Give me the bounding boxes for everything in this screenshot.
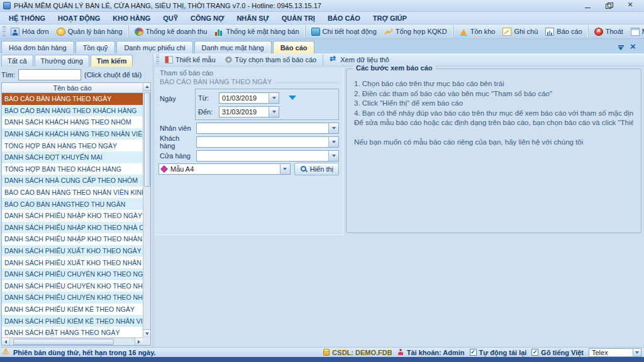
chevron-down-icon[interactable] xyxy=(633,349,641,356)
menu-item[interactable]: HỆ THỐNG xyxy=(3,12,52,24)
report-toolbar-button[interactable]: Thiết kế mẫu xyxy=(160,54,220,65)
report-row[interactable]: DANH SÁCH PHIẾU NHẬP KHO THEO NGÀY xyxy=(2,210,143,222)
filter-subtab[interactable]: Thường dùng xyxy=(35,55,89,67)
report-row[interactable]: DANH SÁCH PHIẾU KIỂM KÊ THEO NGÀY xyxy=(2,304,143,315)
menu-item[interactable]: KHO HÀNG xyxy=(106,12,157,24)
date-from-combo[interactable]: 01/03/2019 xyxy=(219,92,279,104)
report-row[interactable]: DANH SÁCH KHÁCH HÀNG THEO NHÂN VIÊN xyxy=(2,128,143,140)
expand-tabs-icon[interactable] xyxy=(618,45,624,50)
param-field-combo[interactable] xyxy=(196,150,339,162)
report-row[interactable]: BÁO CÁO BÁN HÀNGTHEO THU NGÂN xyxy=(2,198,143,210)
report-row[interactable]: DANH SÁCH KHÁCH HÀNG THEO NHÓM xyxy=(2,116,143,128)
search-input[interactable] xyxy=(18,69,81,80)
date-filter-icon[interactable] xyxy=(289,95,296,101)
report-row[interactable]: TỔNG HỢP BÁN HÀNG THEO NGÀY xyxy=(2,140,143,151)
report-row[interactable]: DANH SÁCH PHIẾU XUẤT KHO THEO NGÀY xyxy=(2,245,143,257)
report-row[interactable]: DANH SÁCH PHIẾU NHẬP KHO THEO NHÀ CUNG C… xyxy=(2,222,143,234)
chevron-down-icon[interactable] xyxy=(269,107,279,117)
restore-button[interactable] xyxy=(606,3,613,9)
guide-line: 4. Bạn có thể nháy đúp vào báo cáo trên … xyxy=(354,109,633,119)
param-field-combo[interactable] xyxy=(196,136,339,148)
close-tab-icon[interactable] xyxy=(630,45,636,51)
report-params-panel: Tham số báo cáo BÁO CÁO BÁN HÀNG THEO NG… xyxy=(155,67,343,235)
report-row[interactable]: BÁO CÁO BÁN HÀNG THEO NHÂN VIÊN KINH DOA… xyxy=(2,187,143,199)
kqkd-icon xyxy=(384,28,393,36)
vietnamese-typing-toggle[interactable]: Gõ tiếng Việt xyxy=(531,349,584,356)
chevron-down-icon[interactable] xyxy=(269,93,279,103)
toolbar-button[interactable]: Ghi chú xyxy=(499,25,541,38)
param-field-combo[interactable] xyxy=(196,123,339,134)
filter-subtab[interactable]: Tìm kiếm xyxy=(91,55,133,67)
chevron-down-icon[interactable] xyxy=(280,164,290,174)
menu-item[interactable]: NHÂN SỰ xyxy=(230,12,275,24)
toolbar-button[interactable]: Thống kê doanh thu xyxy=(128,25,211,38)
chevron-down-icon[interactable] xyxy=(328,151,338,161)
guide-line: 3. Click "Hiển thị" để xem báo cáo xyxy=(354,99,633,109)
horizontal-scrollbar[interactable] xyxy=(2,337,143,345)
vietnamese-typing-checkbox[interactable] xyxy=(531,349,538,356)
report-row[interactable]: BÁO CÁO BÁN HÀNG THEO KHÁCH HÀNG xyxy=(2,105,143,117)
toolbar-button[interactable]: Tồn kho xyxy=(453,25,499,38)
exit-icon xyxy=(594,28,603,36)
toolbar-button[interactable]: Quản lý bán hàng xyxy=(53,25,126,38)
menu-item[interactable]: QUẢN TRỊ xyxy=(275,12,321,24)
report-row[interactable]: BÁO CÁO BÁN HÀNG THEO NGÀY xyxy=(2,93,143,105)
document-tab[interactable]: Tồn quỹ xyxy=(75,41,116,53)
auto-reload-toggle[interactable]: Tự động tải lại xyxy=(470,349,527,356)
show-report-button[interactable]: Hiển thị xyxy=(294,163,339,175)
typing-mode-combo[interactable]: Telex xyxy=(589,348,641,357)
vertical-scrollbar[interactable] xyxy=(143,83,150,337)
title-bar: PHẦN MỀM QUẢN LÝ BÁN LẺ, CỬA HÀNG, SIÊU … xyxy=(0,0,644,12)
toolbar-button[interactable]: Báo cáo xyxy=(541,25,586,38)
window-title: PHẦN MỀM QUẢN LÝ BÁN LẺ, CỬA HÀNG, SIÊU … xyxy=(14,2,321,9)
menu-item[interactable]: CÔNG NỢ xyxy=(184,12,230,24)
guide-line: 2. Điền các tham số báo cáo vào bên mục … xyxy=(354,89,633,99)
template-combo[interactable]: Mẫu A4 xyxy=(158,163,291,175)
date-to-row: Đến: 31/03/2019 xyxy=(198,106,336,118)
document-tab[interactable]: Danh mục phiếu chi xyxy=(116,41,192,53)
minimize-button[interactable] xyxy=(584,3,592,9)
scroll-up-button[interactable] xyxy=(143,83,150,91)
menu-item[interactable]: QUỸ xyxy=(157,12,184,24)
quick-open-button[interactable]: Mở nhanh xyxy=(627,25,644,38)
report-row[interactable]: DANH SÁCH PHIẾU KIỂM KÊ THEO NHÂN VIÊN xyxy=(2,315,143,327)
toolbar-button[interactable]: Hóa đơn xyxy=(7,25,53,38)
report-row[interactable]: TỔNG HỢP BÁN THEO KHÁCH HÀNG xyxy=(2,163,143,175)
report-row[interactable]: DANH SÁCH PHIẾU CHUYỂN KHO THEO NHÂN VIÊ… xyxy=(2,292,143,304)
auto-reload-checkbox[interactable] xyxy=(470,349,477,356)
chevron-down-icon[interactable] xyxy=(328,137,338,147)
report-list-header[interactable]: Tên báo cáo xyxy=(2,83,143,93)
report-row[interactable]: DANH SÁCH PHIẾU CHUYỂN KHO THEO NGÀY xyxy=(2,268,143,280)
chevron-down-icon[interactable] xyxy=(328,123,338,133)
horizontal-scroll-thumb[interactable] xyxy=(13,339,114,345)
filter-subtab[interactable]: Tất cả xyxy=(1,55,33,67)
trial-status: Phiên bản dùng thử, hết hạn trong 16 ngà… xyxy=(3,349,156,356)
menu-item[interactable]: TRỢ GIÚP xyxy=(367,12,413,24)
date-to-combo[interactable]: 31/03/2019 xyxy=(219,106,279,118)
magnifier-icon xyxy=(300,165,308,173)
toolbar-button[interactable]: Chi tiết hoạt động xyxy=(305,25,380,38)
vertical-scroll-thumb[interactable] xyxy=(144,92,150,187)
report-row[interactable]: DANH SÁCH PHIẾU CHUYỂN KHO THEO NHÂN VIÊ… xyxy=(2,280,143,292)
menu-item[interactable]: HOẠT ĐỘNG xyxy=(52,12,106,24)
document-tab[interactable]: Báo cáo xyxy=(273,41,315,53)
params-group-title: Tham số báo cáo xyxy=(160,69,213,77)
report-toolbar-button[interactable]: Tùy chọn tham số báo cáo xyxy=(220,54,321,65)
date-label: Ngày xyxy=(160,95,176,102)
toolbar-button[interactable]: Tổng hợp KQKD xyxy=(380,25,451,38)
toolbar-button[interactable]: Thoát xyxy=(588,25,627,38)
report-row[interactable]: DANH SÁCH ĐẶT HÀNG THEO NGÀY xyxy=(2,327,143,337)
document-tab[interactable]: Danh mục mặt hàng xyxy=(194,41,272,53)
menu-item[interactable]: BÁO CÁO xyxy=(321,12,367,24)
close-button[interactable] xyxy=(627,3,635,9)
document-tab[interactable]: Hóa đơn bán hàng xyxy=(1,41,74,53)
report-row[interactable]: DANH SÁCH ĐỢT KHUYẾN MẠI xyxy=(2,151,143,163)
toolbar-button[interactable]: Thống kê mặt hàng bán xyxy=(211,25,303,38)
scroll-right-button[interactable] xyxy=(135,338,143,345)
scroll-left-button[interactable] xyxy=(2,338,10,345)
report-row[interactable]: DANH SÁCH PHIẾU XUẤT KHO THEO NHÂN VIÊN … xyxy=(2,256,143,268)
report-row[interactable]: DANH SÁCH NHÀ CUNG CẤP THEO NHÓM xyxy=(2,175,143,187)
scroll-down-button[interactable] xyxy=(143,329,150,337)
guide-groupbox: Các bước xem báo cáo 1. Chọn báo cáo trê… xyxy=(346,69,641,233)
report-row[interactable]: DANH SÁCH PHIẾU NHẬP KHO THEO NHÂN VIÊN … xyxy=(2,233,143,245)
